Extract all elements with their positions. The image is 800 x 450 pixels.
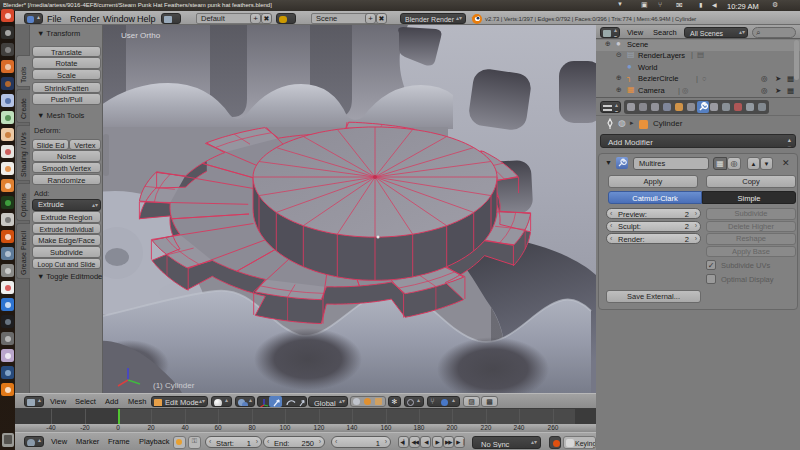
- svg-text:User Ortho: User Ortho: [121, 31, 161, 40]
- svg-text:(1) Cylinder: (1) Cylinder: [153, 381, 195, 390]
